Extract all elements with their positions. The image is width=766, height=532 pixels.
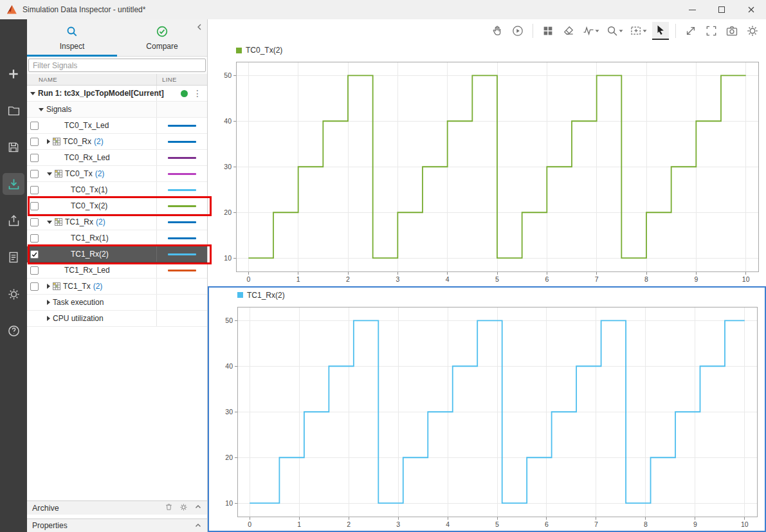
help-button[interactable] (3, 320, 24, 342)
archive-label: Archive (32, 504, 59, 513)
archive-section-header[interactable]: Archive (27, 500, 207, 515)
checkbox-tc0-rx[interactable] (30, 138, 39, 146)
table-header: NAME LINE (27, 74, 207, 86)
line-style-swatch[interactable] (168, 237, 196, 239)
checkbox-tc0-tx-led[interactable] (30, 122, 39, 130)
tc0-tx-row[interactable]: TC0_Tx(2) (27, 166, 207, 182)
expand-caret-icon[interactable] (47, 139, 50, 144)
properties-section-header[interactable]: Properties (27, 518, 207, 532)
channel-count-link[interactable]: (2) (93, 282, 103, 291)
collapse-properties-icon[interactable] (194, 522, 202, 529)
preferences-button[interactable] (3, 283, 24, 305)
expand-caret-icon[interactable] (47, 316, 50, 321)
tc1-rx-row[interactable]: TC1_Rx(2) (27, 214, 207, 230)
subplot-1[interactable]: TC0_Tx(2) 0123456789101020304050 (208, 42, 766, 286)
channel-count-link[interactable]: (2) (96, 217, 105, 226)
task-execution-row[interactable]: Task execution (27, 295, 207, 311)
open-button[interactable] (3, 100, 24, 122)
svg-text:7: 7 (595, 275, 599, 283)
checkbox-tc0-rx-led[interactable] (30, 154, 39, 162)
properties-label: Properties (32, 521, 68, 530)
sidebar-empty-area (27, 327, 207, 500)
tc0-rx-row[interactable]: TC0_Rx(2) (27, 134, 207, 150)
line-style-swatch[interactable] (168, 141, 196, 143)
tab-inspect[interactable]: Inspect (27, 19, 117, 56)
import-button[interactable] (3, 173, 24, 195)
checkbox-tc0-tx-2[interactable] (30, 202, 39, 210)
collapse-sidebar-icon[interactable] (196, 23, 203, 33)
expand-caret-icon[interactable] (47, 284, 50, 289)
svg-text:50: 50 (224, 71, 232, 79)
svg-text:5: 5 (495, 520, 499, 527)
channel-count-link[interactable]: (2) (94, 137, 104, 146)
gear-icon (746, 24, 759, 37)
replay-button[interactable] (509, 22, 526, 40)
checkbox-tc1-rx-led[interactable] (30, 266, 39, 275)
checkbox-tc1-tx[interactable] (30, 282, 39, 291)
pointer-tool-button[interactable] (652, 22, 669, 40)
fit-to-view-button[interactable] (703, 22, 720, 40)
checkbox-tc1-rx-2[interactable] (30, 250, 39, 259)
add-button[interactable] (3, 63, 24, 85)
collapse-archive-icon[interactable] (194, 503, 202, 513)
expand-caret-icon[interactable] (30, 92, 35, 95)
svg-text:4: 4 (446, 275, 450, 283)
checkbox-tc1-rx[interactable] (30, 218, 39, 226)
subplot-layout-button[interactable] (540, 22, 556, 40)
expand-caret-icon[interactable] (39, 108, 44, 111)
trash-icon[interactable] (165, 502, 173, 513)
archive-settings-gear-icon[interactable] (179, 503, 188, 513)
export-icon (7, 214, 21, 228)
signals-row[interactable]: Signals (27, 102, 207, 118)
waveform-chart-tc1-rx2[interactable]: 0123456789101020304050 (209, 303, 765, 531)
checkbox-tc1-rx-1[interactable] (30, 234, 39, 243)
tc0-tx-2-row[interactable]: TC0_Tx(2) (27, 198, 207, 214)
subplot-2-selected[interactable]: TC1_Rx(2) 0123456789101020304050 (208, 286, 766, 532)
expand-plot-button[interactable] (682, 22, 699, 40)
snapshot-button[interactable] (724, 22, 740, 40)
expand-caret-icon[interactable] (47, 221, 52, 224)
channel-count-link[interactable]: (2) (95, 169, 105, 178)
zoom-button[interactable] (605, 22, 625, 40)
checkbox-tc0-tx[interactable] (30, 170, 39, 178)
signal-trace-button[interactable] (581, 22, 601, 40)
tc1-rx-1-row[interactable]: TC1_Rx(1) (27, 230, 207, 246)
line-style-swatch[interactable] (168, 189, 196, 191)
create-report-button[interactable] (3, 246, 24, 268)
waveform-chart-tc0-tx2[interactable]: 0123456789101020304050 (208, 58, 766, 286)
tc1-tx-row[interactable]: TC1_Tx(2) (27, 279, 207, 295)
minimize-button[interactable] (677, 0, 707, 19)
expand-caret-icon[interactable] (47, 300, 50, 305)
plot-settings-button[interactable] (744, 22, 761, 40)
line-style-swatch[interactable] (168, 173, 196, 175)
tc0-tx-1-row[interactable]: TC0_Tx(1) (27, 182, 207, 198)
line-style-swatch[interactable] (168, 205, 196, 207)
filter-signals-input[interactable] (28, 59, 206, 72)
tc1-rx-led-row[interactable]: TC1_Rx_Led (27, 262, 207, 279)
tab-compare[interactable]: Compare (117, 19, 207, 56)
checkbox-tc0-tx-1[interactable] (30, 186, 39, 194)
close-icon (748, 6, 754, 13)
export-button[interactable] (3, 210, 24, 232)
pan-tool-button[interactable] (489, 22, 506, 40)
line-style-swatch[interactable] (168, 270, 196, 271)
tc1-rx-2-row[interactable]: TC1_Rx(2) (27, 246, 207, 262)
line-style-swatch[interactable] (168, 253, 196, 255)
run-1-tc3x-ipctopmodel-current-row[interactable]: Run 1: tc3x_IpcTopModel[Current]⋮ (27, 86, 207, 102)
data-brush-button[interactable] (560, 22, 577, 40)
matrix-signal-icon (53, 282, 60, 290)
run-menu-icon[interactable]: ⋮ (193, 89, 202, 98)
save-button[interactable] (3, 136, 24, 158)
maximize-button[interactable] (707, 0, 736, 19)
line-style-swatch[interactable] (168, 125, 196, 127)
tc0-rx-led-row[interactable]: TC0_Rx_Led (27, 150, 207, 166)
window-title: Simulation Data Inspector - untitled* (23, 5, 145, 14)
expand-caret-icon[interactable] (47, 172, 52, 176)
svg-text:9: 9 (694, 275, 698, 283)
tc0-tx-led-row[interactable]: TC0_Tx_Led (27, 118, 207, 134)
cpu-utilization-row[interactable]: CPU utilization (27, 311, 207, 327)
line-style-swatch[interactable] (168, 221, 196, 223)
close-button[interactable] (736, 0, 766, 19)
line-style-swatch[interactable] (168, 157, 196, 159)
zoom-region-button[interactable] (628, 22, 648, 40)
